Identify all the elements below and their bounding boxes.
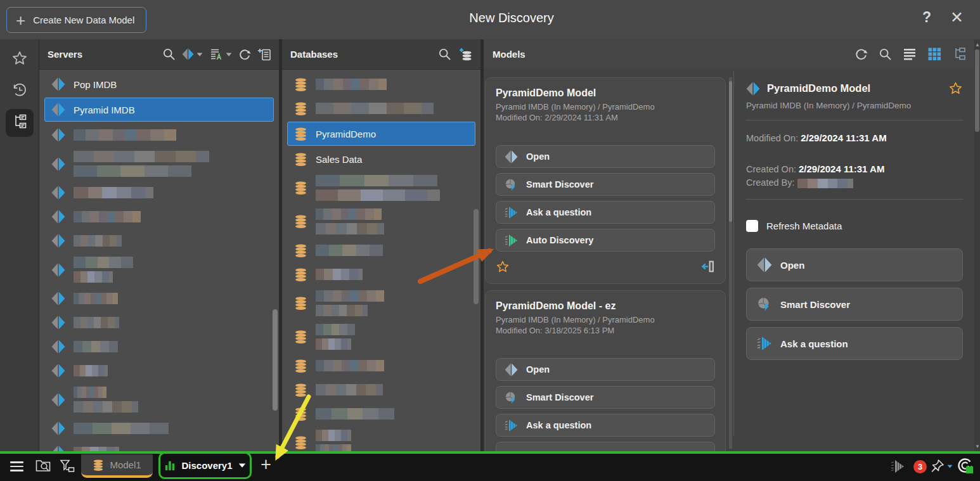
server-item[interactable]: [39, 440, 279, 451]
server-item[interactable]: [39, 286, 279, 311]
data-flow-icon[interactable]: [59, 458, 75, 474]
database-item[interactable]: [282, 171, 480, 205]
action-button-ask-a-question[interactable]: Ask a question: [746, 327, 963, 360]
pin-icon[interactable]: [930, 458, 945, 473]
action-button-smart-discover[interactable]: Smart Discover: [746, 288, 963, 321]
server-item[interactable]: [39, 416, 279, 440]
scroll-down-icon[interactable]: ▼: [975, 444, 980, 449]
chevron-down-icon[interactable]: [947, 465, 953, 468]
server-diamond-icon: [51, 292, 65, 305]
dialog-title: New Discovery: [469, 11, 553, 25]
action-button-smart-discover[interactable]: Smart Discover: [496, 173, 715, 196]
server-item[interactable]: [39, 147, 279, 181]
server-item[interactable]: [39, 205, 279, 229]
favorite-star-icon[interactable]: [496, 260, 510, 274]
database-item[interactable]: [282, 354, 480, 378]
chevron-down-icon[interactable]: [238, 463, 246, 468]
server-item-pyramid-imdb[interactable]: Pyramid IMDB: [44, 98, 274, 122]
server-item[interactable]: [39, 311, 279, 335]
server-item[interactable]: [39, 181, 279, 205]
refresh-icon[interactable]: [854, 48, 868, 61]
redacted-label: [74, 447, 119, 451]
action-label: Ask a question: [780, 338, 848, 349]
action-button-open[interactable]: Open: [496, 358, 715, 381]
tree-view-icon[interactable]: [952, 47, 966, 61]
server-item[interactable]: [39, 229, 279, 253]
model-card-modified: Modified On: 3/18/2025 6:13 PM: [496, 326, 715, 335]
chevron-down-icon[interactable]: [226, 53, 232, 56]
database-item[interactable]: [282, 262, 480, 286]
sidebar-item-content-tree[interactable]: [6, 109, 34, 137]
action-button-smart-discover[interactable]: Smart Discover: [496, 386, 715, 409]
refresh-icon[interactable]: [238, 48, 251, 61]
scroll-up-icon[interactable]: ▲: [975, 42, 980, 48]
redacted-label: [74, 317, 119, 328]
close-icon[interactable]: ✕: [950, 8, 964, 27]
servers-scrollbar[interactable]: [273, 309, 278, 411]
databases-scrollbar[interactable]: [474, 209, 479, 304]
favorite-star-icon[interactable]: [948, 81, 963, 96]
database-item[interactable]: [282, 238, 480, 262]
tab-model1[interactable]: Model1: [81, 454, 153, 478]
search-icon[interactable]: [162, 48, 176, 61]
database-item[interactable]: [282, 320, 480, 354]
server-item[interactable]: [39, 359, 279, 383]
database-item[interactable]: [282, 378, 480, 402]
sidebar-item-favorites[interactable]: [6, 46, 34, 74]
action-button-ask-a-question[interactable]: Ask a question: [496, 201, 715, 224]
action-button-ask-a-question[interactable]: Ask a question: [496, 414, 715, 437]
server-item[interactable]: [39, 383, 279, 416]
new-tab-button[interactable]: +: [261, 454, 271, 475]
sidebar-item-recent[interactable]: [6, 77, 34, 105]
server-item-pop-imdb[interactable]: Pop IMDB: [39, 72, 279, 96]
menu-icon[interactable]: [10, 461, 23, 471]
server-diamond-icon: [51, 77, 65, 91]
content-explorer-icon[interactable]: [35, 458, 51, 474]
smart-discover-icon: [505, 391, 518, 404]
database-item[interactable]: [282, 402, 480, 426]
list-view-icon[interactable]: [903, 47, 917, 61]
action-button-open[interactable]: Open: [496, 145, 715, 168]
redacted-label: [74, 387, 138, 413]
database-item[interactable]: [282, 205, 480, 238]
server-item[interactable]: [39, 123, 279, 147]
database-item-pyramiddemo[interactable]: PyramidDemo: [287, 122, 475, 146]
add-database-icon[interactable]: [458, 47, 473, 62]
redacted-label: [316, 324, 355, 350]
detail-created: Created On: 2/29/2024 11:31 AM Created B…: [746, 162, 963, 189]
action-button-open[interactable]: Open: [746, 248, 963, 281]
databases-list: PyramidDemoSales Data: [282, 70, 480, 451]
model-card[interactable]: PyramidDemo Model Pyramid IMDB (In Memor…: [485, 77, 726, 284]
grid-view-icon[interactable]: [927, 47, 941, 61]
action-button-auto-discovery[interactable]: Auto Discovery: [496, 229, 715, 252]
models-scrollbar-thumb[interactable]: [975, 49, 979, 132]
open-in-icon[interactable]: [700, 259, 715, 274]
database-icon: [294, 383, 307, 397]
server-type-filter-icon[interactable]: [182, 48, 194, 60]
sort-az-icon[interactable]: [209, 48, 223, 61]
search-icon[interactable]: [438, 48, 451, 61]
tab-discovery1[interactable]: Discovery1: [158, 452, 252, 479]
notification-badge[interactable]: 3: [913, 460, 927, 473]
add-server-icon[interactable]: [257, 48, 271, 61]
database-item-sales-data[interactable]: Sales Data: [282, 147, 480, 171]
redacted-label: [74, 211, 141, 222]
search-icon[interactable]: [879, 48, 892, 61]
database-item[interactable]: [282, 426, 480, 451]
server-item[interactable]: [39, 335, 279, 359]
refresh-metadata-checkbox[interactable]: [746, 220, 758, 232]
detail-source: Pyramid IMDB (In Memory) / PyramidDemo: [746, 101, 963, 110]
ask-question-icon: [505, 206, 518, 219]
divider: [746, 120, 963, 120]
help-icon[interactable]: ?: [922, 9, 931, 26]
database-item[interactable]: [282, 286, 480, 320]
cards-scrollbar-thumb[interactable]: [729, 81, 732, 222]
database-item[interactable]: [282, 72, 480, 96]
pyramid-logo-icon[interactable]: [891, 459, 905, 473]
chevron-down-icon[interactable]: [197, 53, 203, 56]
server-item[interactable]: [39, 253, 279, 286]
connection-status-icon[interactable]: [957, 457, 974, 475]
database-item[interactable]: [282, 96, 480, 120]
action-label: Auto Discovery: [526, 235, 593, 245]
create-new-data-model-button[interactable]: + Create New Data Model: [6, 7, 146, 33]
